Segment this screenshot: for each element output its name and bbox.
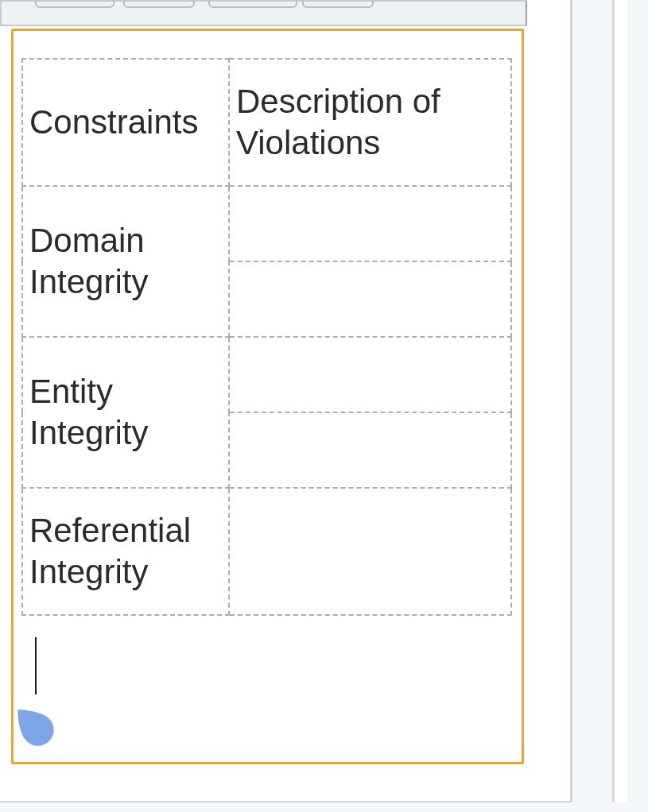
toolbar-button-1[interactable]: [35, 0, 114, 8]
editor-toolbar: [0, 0, 527, 26]
header-description: Description of Violations: [229, 59, 511, 186]
constraints-table[interactable]: Constraints Description of Violations Do…: [21, 58, 512, 616]
text-caret: [35, 637, 37, 694]
row-value-b[interactable]: [229, 261, 511, 337]
row-label[interactable]: Entity Integrity: [22, 337, 229, 488]
toolbar-button-2[interactable]: [123, 0, 195, 8]
row-value-a[interactable]: [229, 186, 511, 261]
row-value-a[interactable]: [229, 488, 511, 615]
table-row: Domain Integrity: [22, 186, 511, 261]
rich-text-editor[interactable]: Constraints Description of Violations Do…: [11, 29, 524, 764]
table-header-row: Constraints Description of Violations: [22, 59, 511, 186]
row-label[interactable]: Referential Integrity: [22, 488, 229, 615]
toolbar-button-4[interactable]: [302, 0, 374, 8]
row-value-a[interactable]: [229, 337, 511, 412]
header-constraints: Constraints: [22, 59, 229, 186]
row-value-b[interactable]: [229, 412, 511, 488]
document-panel: Constraints Description of Violations Do…: [0, 0, 572, 802]
row-label[interactable]: Domain Integrity: [22, 186, 229, 337]
table-row: Entity Integrity: [22, 337, 511, 412]
panel-gap: [572, 0, 612, 802]
toolbar-button-3[interactable]: [208, 0, 297, 8]
adjacent-panel-edge: [612, 0, 630, 802]
selection-handle-icon[interactable]: [10, 702, 57, 749]
table-row: Referential Integrity: [22, 488, 511, 615]
